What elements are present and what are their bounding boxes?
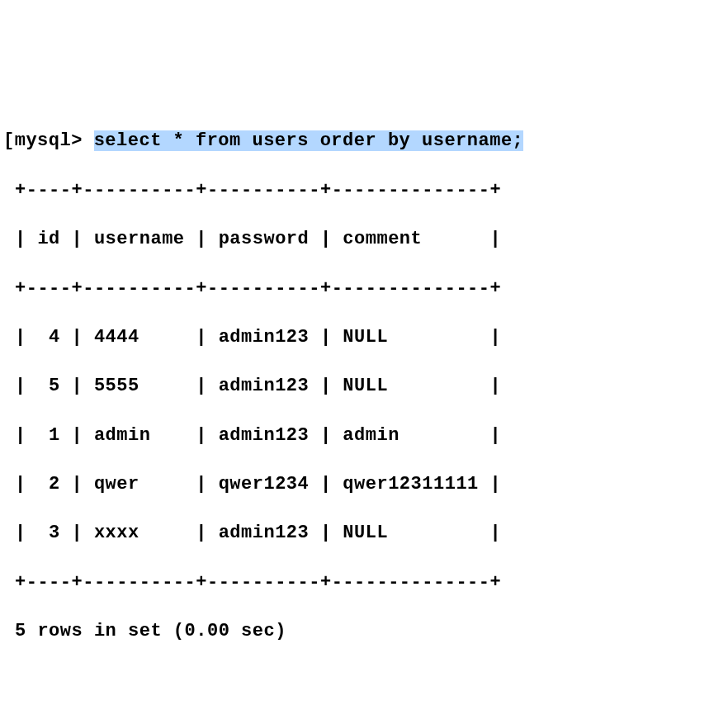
table-row: | 3 | xxxx | admin123 | NULL | (3, 521, 725, 546)
table-border: +----+----------+----------+------------… (3, 570, 725, 595)
query1-command-highlighted[interactable]: select * from users order by username; (94, 130, 524, 151)
query1-prompt-line: [mysql> select * from users order by use… (3, 129, 725, 154)
table-row: | 5 | 5555 | admin123 | NULL | (3, 374, 725, 399)
mysql-prompt: mysql> (15, 130, 94, 151)
table-header: | id | username | password | comment | (3, 227, 725, 252)
query1-status: 5 rows in set (0.00 sec) (3, 619, 725, 644)
table-row: | 4 | 4444 | admin123 | NULL | (3, 325, 725, 350)
table-border: +----+----------+----------+------------… (3, 277, 725, 301)
blank-line (3, 669, 725, 693)
prompt-bracket: [ (3, 130, 15, 151)
table-border: +----+----------+----------+------------… (3, 178, 725, 203)
table-row: | 2 | qwer | qwer1234 | qwer12311111 | (3, 472, 725, 497)
terminal-output[interactable]: [mysql> select * from users order by use… (3, 105, 725, 705)
table-row: | 1 | admin | admin123 | admin | (3, 423, 725, 448)
